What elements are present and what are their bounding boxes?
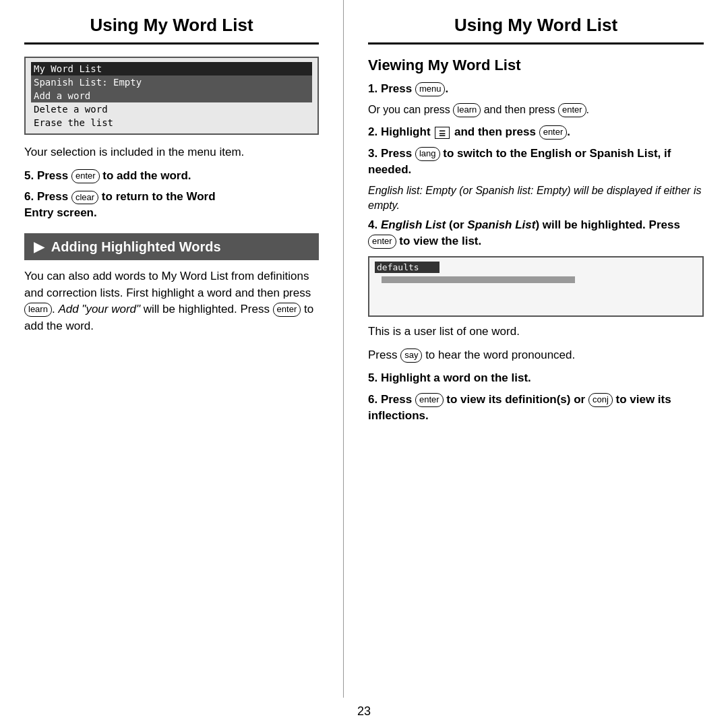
right-step-5: 5. Highlight a word on the list. (368, 370, 704, 386)
learn-key-2: learn (453, 103, 481, 117)
list-icon: ☰ (435, 127, 450, 139)
step-5-right-text: 5. Highlight a word on the list. (368, 371, 531, 384)
screen-sm-row-1: defaults (375, 262, 439, 273)
step-5-number: 5. Press (24, 169, 71, 182)
enter-key-2: enter (273, 303, 301, 317)
left-header: Using My Word List (24, 0, 319, 42)
right-step-4: 4. English List (or Spanish List) will b… (368, 217, 704, 249)
screen-row-2: Spanish List: Empty (31, 75, 312, 89)
subsection-heading: Viewing My Word List (368, 57, 704, 74)
step-6-number: 6. Press (24, 190, 71, 203)
left-divider (24, 42, 319, 44)
screen-row-1: My Word List (31, 62, 312, 75)
enter-key-1: enter (71, 169, 100, 183)
right-step-2: 2. Highlight ☰ and then press enter. (368, 124, 704, 140)
menu-key: menu (415, 82, 446, 96)
screen-sm-line (382, 276, 575, 283)
enter-key-sub: enter (558, 103, 586, 117)
step-6-right-rest: to view its definition(s) or (444, 393, 588, 406)
step-5-rest: to add the word. (100, 169, 191, 182)
after-screen-2: Press say to hear the word pronounced. (368, 347, 704, 364)
right-divider (368, 42, 704, 44)
say-key: say (400, 348, 422, 363)
left-screen-mockup: My Word List Spanish List: Empty Add a w… (24, 57, 319, 135)
step-4-text: 4. English List (or Spanish List) will b… (368, 218, 680, 231)
step-6: 6. Press clear to return to the WordEntr… (24, 189, 319, 221)
right-step-6: 6. Press enter to view its definition(s)… (368, 392, 704, 424)
screen-row-4: Delete a word (31, 102, 312, 116)
section-heading: ▶ Adding Highlighted Words (24, 233, 319, 260)
right-header: Using My Word List (368, 0, 704, 42)
step-2-rest: and then press enter. (451, 125, 570, 138)
learn-key-1: learn (24, 303, 52, 317)
enter-key-3: enter (539, 125, 568, 140)
step-1-sub: Or you can press learn and then press en… (368, 102, 704, 117)
right-column: Using My Word List Viewing My Word List … (344, 0, 728, 698)
section-body: You can also add words to My Word List f… (24, 268, 319, 335)
step-3-text: 3. Press (368, 147, 415, 160)
italic-note: English list: Empty (or Spanish list: Em… (368, 183, 704, 214)
enter-key-4: enter (368, 235, 396, 249)
step-4-end: to view the list. (396, 235, 482, 247)
right-screen-mockup: defaults (368, 256, 704, 317)
enter-key-5: enter (415, 393, 444, 407)
right-step-1: 1. Press menu. (368, 81, 704, 97)
conj-key: conj (588, 393, 613, 407)
step-1-label: 1. Press (368, 82, 415, 95)
clear-key: clear (71, 191, 98, 205)
page: Using My Word List My Word List Spanish … (0, 0, 728, 728)
left-column: Using My Word List My Word List Spanish … (0, 0, 344, 698)
after-screen-1: This is a user list of one word. (368, 324, 704, 340)
step-1-rest: . (445, 82, 448, 95)
section-body-text: You can also add words to My Word List f… (24, 270, 311, 299)
step-6-right-label: 6. Press (368, 393, 415, 406)
page-number: 23 (0, 698, 728, 728)
step-5: 5. Press enter to add the word. (24, 168, 319, 184)
body-text-selection: Your selection is included in the menu i… (24, 144, 319, 161)
step-2-label: 2. Highlight (368, 125, 433, 138)
arrow-icon: ▶ (34, 239, 44, 254)
lang-key: lang (415, 147, 440, 161)
section-heading-text: Adding Highlighted Words (51, 239, 221, 254)
screen-row-3: Add a word (31, 89, 312, 102)
screen-row-5: Erase the list (31, 116, 312, 129)
section-mid: . Add "your word" will be highlighted. P… (52, 303, 273, 315)
right-step-3: 3. Press lang to switch to the English o… (368, 146, 704, 178)
